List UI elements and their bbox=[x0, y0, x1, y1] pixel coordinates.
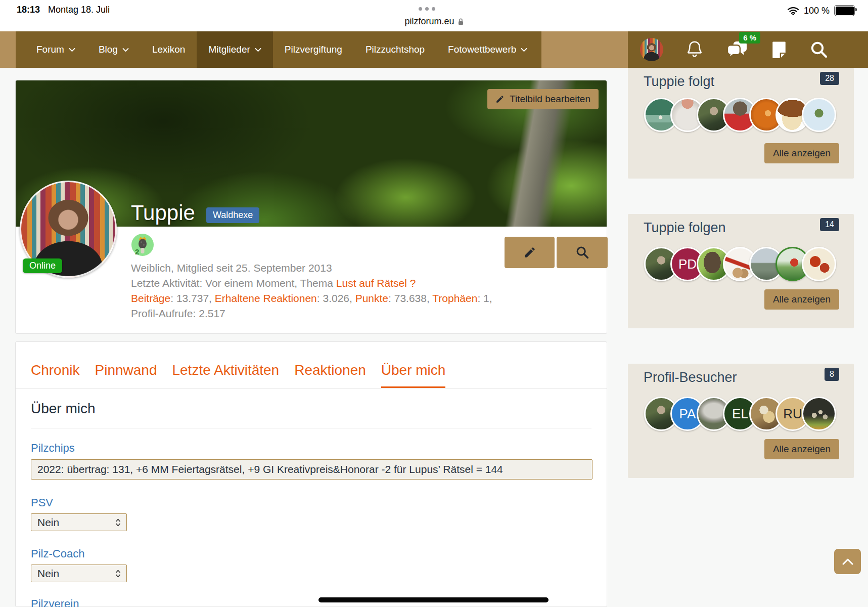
url-text: pilzforum.eu bbox=[404, 16, 454, 27]
tab-label: Chronik bbox=[31, 362, 79, 378]
pilz-coach-selected-value: Nein bbox=[37, 568, 59, 580]
user-avatar[interactable] bbox=[640, 38, 663, 61]
profile-visitors-section: Profil-Besucher 8 PAELRU Alle anzeigen bbox=[628, 364, 854, 478]
profile-header-card: Titelbild bearbeiten Tuppie Waldhexe Onl… bbox=[15, 80, 607, 334]
nav-user-tools: 6 % bbox=[628, 31, 868, 68]
select-arrows-icon bbox=[115, 518, 121, 527]
stat-item: Trophäen: 1, bbox=[432, 292, 492, 304]
pilz-coach-select[interactable]: Nein bbox=[31, 565, 127, 582]
search-member-button[interactable] bbox=[557, 237, 608, 268]
following-avatar-list bbox=[644, 98, 828, 132]
notes-icon bbox=[770, 40, 788, 59]
avatar[interactable] bbox=[802, 247, 836, 281]
edit-profile-button[interactable] bbox=[505, 237, 555, 268]
avatar-initials: EL bbox=[732, 406, 748, 422]
followers-count-badge: 14 bbox=[820, 218, 839, 231]
nav-item[interactable]: Lexikon bbox=[141, 31, 197, 68]
home-indicator[interactable] bbox=[318, 597, 549, 602]
wifi-icon bbox=[787, 7, 799, 15]
activity-topic-link[interactable]: Lust auf Rätsel ? bbox=[336, 277, 416, 289]
status-time: 18:13 bbox=[17, 5, 40, 15]
stat-item: Beiträge: 13.737, bbox=[131, 292, 215, 304]
avatar-initials: RU bbox=[783, 406, 802, 422]
psv-select[interactable]: Nein bbox=[31, 513, 127, 531]
following-count-badge: 28 bbox=[820, 72, 839, 85]
search-button[interactable] bbox=[810, 40, 828, 59]
visitors-avatar-list: PAELRU bbox=[644, 397, 828, 431]
avatar[interactable] bbox=[802, 98, 836, 132]
nav-item-label: Blog bbox=[99, 44, 118, 55]
scroll-to-top-button[interactable] bbox=[834, 549, 861, 574]
multitask-dots-icon[interactable] bbox=[419, 7, 435, 11]
stat-label-link[interactable]: Beiträge bbox=[131, 292, 170, 304]
chevron-down-icon bbox=[122, 48, 129, 52]
profile-tab[interactable]: Pinnwand bbox=[95, 362, 157, 388]
profile-tab[interactable]: Über mich bbox=[381, 362, 446, 388]
about-heading: Über mich bbox=[31, 401, 591, 417]
top-navigation: Forum Blog Lexikon Mitglieder Pilzvergif… bbox=[0, 31, 868, 68]
profile-tab[interactable]: Chronik bbox=[31, 362, 79, 388]
nav-item[interactable]: Mitglieder bbox=[197, 31, 272, 68]
pilzchips-label[interactable]: Pilzchips bbox=[31, 442, 591, 455]
notes-button[interactable] bbox=[770, 40, 788, 59]
conversations-button[interactable]: 6 % bbox=[726, 40, 748, 59]
chevron-down-icon bbox=[521, 48, 527, 52]
online-status-badge: Online bbox=[23, 258, 62, 273]
followers-show-all-button[interactable]: Alle anzeigen bbox=[764, 289, 839, 310]
stat-label-link[interactable]: Punkte bbox=[355, 292, 388, 304]
rank-badge-icon: 2 bbox=[131, 233, 154, 258]
ipad-status-bar: 18:13 Montag 18. Juli pilzforum.eu 100 % bbox=[0, 0, 868, 32]
search-icon bbox=[810, 40, 828, 59]
pilzchips-input[interactable] bbox=[31, 459, 592, 480]
stat-value: : 73.638, bbox=[388, 292, 432, 304]
battery-percent: 100 % bbox=[804, 6, 830, 16]
visitors-show-all-button[interactable]: Alle anzeigen bbox=[764, 439, 839, 459]
pencil-icon bbox=[523, 246, 536, 259]
stat-label-link[interactable]: Erhaltene Reaktionen bbox=[215, 292, 317, 304]
pilz-coach-label[interactable]: Pilz-Coach bbox=[31, 547, 591, 560]
stat-value: : 1, bbox=[477, 292, 492, 304]
notifications-button[interactable] bbox=[686, 40, 704, 59]
tab-label: Über mich bbox=[381, 362, 446, 378]
stat-label-link[interactable]: Trophäen bbox=[432, 292, 477, 304]
nav-item[interactable]: Fotowettbewerb bbox=[436, 31, 539, 68]
address-bar[interactable]: pilzforum.eu bbox=[0, 16, 868, 27]
avatar-initials: PD bbox=[678, 256, 697, 272]
profile-tab[interactable]: Reaktionen bbox=[294, 362, 366, 388]
status-date: Montag 18. Juli bbox=[48, 5, 110, 15]
stat-value: : 13.737, bbox=[170, 292, 215, 304]
battery-icon bbox=[834, 5, 855, 16]
nav-item-label: Mitglieder bbox=[208, 44, 250, 55]
profile-stats-line: Beiträge: 13.737, Erhaltene Reaktionen: … bbox=[131, 291, 492, 306]
profile-views-line: Profil-Aufrufe: 2.517 bbox=[131, 306, 492, 321]
status-right: 100 % bbox=[787, 5, 855, 16]
nav-item[interactable]: Pilzzuchtshop bbox=[354, 31, 436, 68]
nav-item[interactable]: Blog bbox=[87, 31, 141, 68]
following-show-all-button[interactable]: Alle anzeigen bbox=[764, 143, 839, 163]
nav-menu: Forum Blog Lexikon Mitglieder Pilzvergif… bbox=[16, 31, 541, 68]
pencil-icon bbox=[495, 95, 505, 104]
psv-label[interactable]: PSV bbox=[31, 496, 591, 509]
nav-item-label: Fotowettbewerb bbox=[448, 44, 516, 55]
followers-section: Tuppie folgen 14 PD Alle anzeigen bbox=[628, 214, 854, 328]
stat-value: : 3.026, bbox=[317, 292, 355, 304]
lock-icon bbox=[458, 18, 464, 25]
nav-item[interactable]: Forum bbox=[25, 31, 87, 68]
profile-meta-block: Weiblich, Mitglied seit 25. September 20… bbox=[131, 261, 492, 321]
edit-cover-label: Titelbild bearbeiten bbox=[510, 94, 590, 105]
role-badge: Waldhexe bbox=[206, 207, 259, 223]
profile-tab[interactable]: Letzte Aktivitäten bbox=[172, 362, 279, 388]
stat-item: Punkte: 73.638, bbox=[355, 292, 433, 304]
nav-item-label: Forum bbox=[36, 44, 64, 55]
avatar[interactable] bbox=[802, 397, 836, 431]
edit-cover-button[interactable]: Titelbild bearbeiten bbox=[487, 89, 599, 109]
nav-item[interactable]: Pilzvergiftung bbox=[273, 31, 354, 68]
nav-item-label: Pilzzuchtshop bbox=[366, 44, 425, 55]
select-arrows-icon bbox=[115, 569, 121, 578]
search-icon bbox=[575, 245, 589, 259]
chat-count-badge: 6 % bbox=[739, 32, 760, 44]
following-section: Tuppie folgt 28 Alle anzeigen bbox=[628, 68, 854, 179]
stat-item: Erhaltene Reaktionen: 3.026, bbox=[215, 292, 355, 304]
profile-name: Tuppie bbox=[131, 201, 195, 225]
tab-label: Reaktionen bbox=[294, 362, 366, 378]
